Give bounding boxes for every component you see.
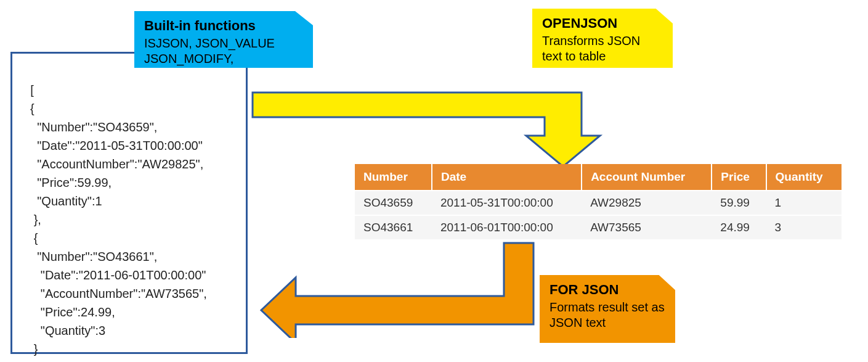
col-account: Account Number [582, 164, 712, 191]
table-row: SO43661 2011-06-01T00:00:00 AW73565 24.9… [355, 215, 842, 239]
json-source-box: [ { "Number":"SO43659", "Date":"2011-05-… [10, 52, 248, 354]
cell-price: 59.99 [712, 191, 766, 215]
col-quantity: Quantity [766, 164, 842, 191]
table-row: SO43659 2011-05-31T00:00:00 AW29825 59.9… [355, 191, 842, 215]
cell-account: AW73565 [582, 215, 712, 239]
openjson-callout-title: OPENJSON [542, 15, 663, 32]
cell-date: 2011-05-31T00:00:00 [432, 191, 582, 215]
cell-account: AW29825 [582, 191, 712, 215]
openjson-callout-desc: Transforms JSON text to table [542, 33, 663, 64]
cell-quantity: 3 [766, 215, 842, 239]
openjson-arrow [249, 88, 625, 168]
builtin-callout-line1: ISJSON, JSON_VALUE [144, 36, 303, 51]
cell-price: 24.99 [712, 215, 766, 239]
cell-date: 2011-06-01T00:00:00 [432, 215, 582, 239]
forjson-callout-desc: Formats result set as JSON text [550, 300, 665, 331]
json-source-text: [ { "Number":"SO43659", "Date":"2011-05-… [23, 83, 207, 362]
col-price: Price [712, 164, 766, 191]
builtin-callout-title: Built-in functions [144, 17, 303, 35]
table-header-row: Number Date Account Number Price Quantit… [355, 164, 842, 191]
cell-number: SO43661 [355, 215, 432, 239]
forjson-callout: FOR JSON Formats result set as JSON text [540, 275, 675, 343]
openjson-callout: OPENJSON Transforms JSON text to table [532, 9, 673, 68]
forjson-arrow [258, 239, 547, 340]
cell-number: SO43659 [355, 191, 432, 215]
col-number: Number [355, 164, 432, 191]
forjson-callout-title: FOR JSON [550, 281, 665, 298]
cell-quantity: 1 [766, 191, 842, 215]
col-date: Date [432, 164, 582, 191]
builtin-functions-callout: Built-in functions ISJSON, JSON_VALUE JS… [134, 11, 313, 68]
result-table: Number Date Account Number Price Quantit… [355, 164, 842, 239]
